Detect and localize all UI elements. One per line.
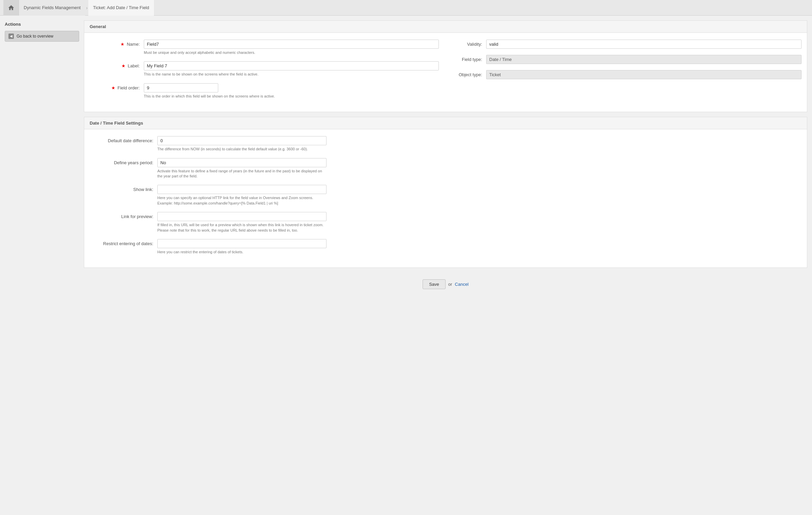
save-button[interactable]: Save [423,279,446,289]
settings-section-body: Default date difference: The difference … [84,129,807,267]
link-preview-label: Link for preview: [90,212,157,219]
restrict-dates-input[interactable] [157,239,326,248]
link-preview-field: If filled in, this URL will be used for … [157,212,326,233]
breadcrumb-dynamic-fields[interactable]: Dynamic Fields Management [19,0,85,16]
sidebar: Actions ◀ Go back to overview [5,20,79,42]
validity-label: Validity: [452,40,486,47]
object-type-field [486,70,802,79]
go-back-label: Go back to overview [17,34,53,39]
label-field: This is the name to be shown on the scre… [144,61,439,77]
label-required-star: ★ [121,63,126,68]
link-preview-row: Link for preview: If filled in, this URL… [90,212,802,233]
define-years-row: Define years period: Activate this featu… [90,158,802,179]
sidebar-title: Actions [5,20,79,28]
general-section-body: ★ Name: Must be unique and only accept a… [84,33,807,112]
topbar: Dynamic Fields Management › Ticket: Add … [0,0,812,16]
arrow-left-icon: ◀ [8,34,14,39]
default-date-diff-hint: The difference from NOW (in seconds) to … [157,147,326,152]
main-content: General ★ Name: Must be u [84,20,807,296]
name-required-star: ★ [120,42,125,47]
object-type-label: Object type: [452,70,486,77]
show-link-row: Show link: Here you can specify an optio… [90,185,802,206]
show-link-input[interactable] [157,185,326,194]
general-section: General ★ Name: Must be u [84,20,807,112]
general-left-col: ★ Name: Must be unique and only accept a… [90,40,439,105]
general-right-col: Validity: Field type: [452,40,802,105]
or-text: or [448,282,452,287]
form-footer: Save or Cancel [84,273,807,296]
label-row: ★ Label: This is the name to be shown on… [90,61,439,77]
validity-input[interactable] [486,40,802,49]
validity-row: Validity: [452,40,802,49]
field-type-row: Field type: [452,55,802,64]
field-type-field [486,55,802,64]
restrict-dates-hint: Here you can restrict the entering of da… [157,250,326,255]
object-type-input [486,70,802,79]
name-field: Must be unique and only accept alphabeti… [144,40,439,55]
general-grid: ★ Name: Must be unique and only accept a… [90,40,802,105]
field-order-label: ★ Field order: [90,83,144,90]
field-order-input[interactable] [144,83,218,92]
home-icon [8,4,15,11]
field-order-field: This is the order in which this field wi… [144,83,439,99]
show-link-label: Show link: [90,185,157,192]
label-input[interactable] [144,61,439,70]
default-date-diff-row: Default date difference: The difference … [90,136,802,152]
label-label: ★ Label: [90,61,144,68]
general-section-header: General [84,21,807,33]
default-date-diff-field: The difference from NOW (in seconds) to … [157,136,326,152]
default-date-diff-label: Default date difference: [90,136,157,143]
define-years-input[interactable] [157,158,326,167]
go-back-button[interactable]: ◀ Go back to overview [5,31,79,42]
name-label: ★ Name: [90,40,144,47]
restrict-dates-field: Here you can restrict the entering of da… [157,239,326,255]
define-years-hint: Activate this feature to define a fixed … [157,169,326,179]
label-hint: This is the name to be shown on the scre… [144,72,439,77]
name-row: ★ Name: Must be unique and only accept a… [90,40,439,55]
name-input[interactable] [144,40,439,49]
field-type-label: Field type: [452,55,486,62]
cancel-link[interactable]: Cancel [455,282,468,287]
validity-field [486,40,802,49]
field-type-input [486,55,802,64]
link-preview-input[interactable] [157,212,326,221]
breadcrumb-separator: › [85,5,88,10]
field-order-required-star: ★ [111,85,115,90]
breadcrumb-current: Ticket: Add Date / Time Field [88,0,154,16]
field-order-hint: This is the order in which this field wi… [144,94,439,99]
field-order-row: ★ Field order: This is the order in whic… [90,83,439,99]
restrict-dates-label: Restrict entering of dates: [90,239,157,246]
define-years-field: Activate this feature to define a fixed … [157,158,326,179]
name-hint: Must be unique and only accept alphabeti… [144,50,439,55]
default-date-diff-input[interactable] [157,136,326,145]
define-years-label: Define years period: [90,158,157,165]
page-layout: Actions ◀ Go back to overview General ★ [0,16,812,301]
restrict-dates-row: Restrict entering of dates: Here you can… [90,239,802,255]
settings-section-header: Date / Time Field Settings [84,117,807,129]
link-preview-hint: If filled in, this URL will be used for … [157,222,326,233]
object-type-row: Object type: [452,70,802,79]
show-link-hint: Here you can specify an optional HTTP li… [157,195,326,206]
home-button[interactable] [3,0,19,16]
show-link-field: Here you can specify an optional HTTP li… [157,185,326,206]
settings-section: Date / Time Field Settings Default date … [84,117,807,268]
